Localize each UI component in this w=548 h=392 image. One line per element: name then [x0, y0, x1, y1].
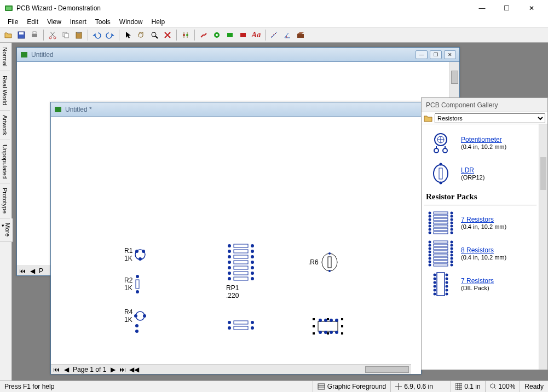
gallery-item-8resistors[interactable]: 8 Resistors(0.4 in, 10.2 mm)	[424, 238, 537, 269]
tab-unpopulated[interactable]: Unpopulated	[0, 140, 10, 183]
svg-point-58	[228, 321, 231, 324]
component-r2[interactable]: R21K	[124, 274, 141, 294]
svg-point-126	[429, 254, 431, 257]
pad-tool[interactable]	[211, 29, 223, 41]
paste-button[interactable]	[73, 29, 85, 41]
status-zoom[interactable]: 100%	[486, 381, 521, 392]
maximize-button[interactable]: ☐	[494, 0, 519, 16]
rect-tool[interactable]	[237, 29, 249, 41]
cut-button[interactable]	[47, 29, 59, 41]
pointer-tool[interactable]	[122, 29, 134, 41]
side-tabs: Normal Real World Artwork Unpopulated Pr…	[0, 43, 12, 381]
svg-rect-84	[341, 325, 343, 327]
svg-rect-116	[434, 228, 448, 230]
svg-rect-4	[32, 34, 37, 37]
svg-point-151	[434, 289, 436, 292]
svg-point-100	[451, 215, 453, 218]
redo-button[interactable]	[104, 29, 116, 41]
svg-point-69	[319, 319, 322, 322]
svg-rect-51	[234, 244, 248, 247]
track-tool[interactable]	[198, 29, 210, 41]
status-layer[interactable]: Graphic Foreground	[313, 381, 391, 392]
print-button[interactable]	[28, 29, 41, 41]
svg-point-149	[434, 285, 436, 288]
next-page-button[interactable]: ▶	[109, 366, 116, 373]
gallery-item-ldr[interactable]: LDR(ORP12)	[424, 158, 537, 189]
svg-point-150	[446, 285, 448, 288]
svg-point-47	[228, 272, 231, 275]
open-button[interactable]	[2, 29, 14, 41]
component-r4[interactable]: R41K	[124, 308, 147, 333]
svg-point-46	[251, 266, 254, 269]
prev-page-button[interactable]: ◀	[29, 267, 36, 275]
svg-rect-77	[313, 318, 315, 320]
menu-file[interactable]: File	[3, 18, 22, 26]
gallery-item-7resistors-dil[interactable]: 7 Resistors(DIL Pack)	[424, 269, 537, 299]
doc-maximize-button[interactable]: ❐	[430, 50, 442, 59]
close-button[interactable]: ✕	[519, 0, 544, 16]
undo-button[interactable]	[91, 29, 103, 41]
tab-normal[interactable]: Normal	[0, 43, 10, 71]
angle-tool[interactable]	[281, 29, 293, 41]
svg-rect-78	[341, 318, 343, 320]
first-page-button[interactable]: ⏮	[19, 267, 26, 275]
svg-rect-30	[136, 280, 139, 289]
svg-point-90	[443, 148, 447, 153]
ruler-tool[interactable]	[268, 29, 280, 41]
svg-point-120	[429, 244, 431, 247]
svg-point-36	[135, 330, 139, 333]
save-button[interactable]	[15, 29, 27, 41]
copy-button[interactable]	[60, 29, 72, 41]
svg-point-147	[434, 281, 436, 284]
component-r1[interactable]: R11K	[124, 247, 147, 262]
menu-edit[interactable]: Edit	[22, 18, 43, 26]
menu-help[interactable]: Help	[147, 18, 170, 26]
svg-point-45	[228, 266, 231, 269]
svg-point-105	[429, 225, 431, 228]
gallery-item-7resistors[interactable]: 7 Resistors(0.4 in, 10.2 mm)	[424, 207, 537, 238]
gallery-filter-select[interactable]: Resistors	[435, 113, 545, 123]
svg-point-35	[135, 324, 139, 327]
document-window-2: Untitled * R11K R21K R41K	[50, 102, 422, 374]
component-dil-selected[interactable]	[313, 318, 343, 335]
svg-point-59	[251, 321, 254, 324]
tab-artwork[interactable]: Artwork	[0, 111, 10, 140]
horizontal-scrollbar[interactable]: ⏮ ◀ Page 1 of 1 ▶ ⏭ ◀◀	[51, 364, 411, 374]
pan-tool[interactable]	[135, 29, 147, 41]
svg-point-60	[228, 326, 231, 330]
menu-insert[interactable]: Insert	[66, 18, 91, 26]
last-page-button[interactable]: ⏭	[119, 366, 126, 373]
component-rp-small[interactable]	[226, 319, 256, 330]
svg-rect-111	[434, 212, 448, 214]
gallery-scrollbar[interactable]	[539, 124, 547, 370]
library-tool[interactable]	[295, 29, 307, 41]
menu-view[interactable]: View	[43, 18, 66, 26]
tab-real-world[interactable]: Real World	[0, 71, 10, 110]
menu-tools[interactable]: Tools	[91, 18, 115, 26]
tab-more[interactable]: More	[0, 218, 13, 241]
first-page-button[interactable]: ⏮	[53, 366, 60, 373]
doc-close-button[interactable]: ✕	[444, 50, 456, 59]
svg-rect-140	[434, 261, 448, 263]
svg-rect-52	[234, 250, 248, 253]
component-tool[interactable]	[180, 29, 192, 41]
component-rp1[interactable]: RP1.220	[226, 243, 256, 299]
text-tool[interactable]: Aa	[250, 29, 262, 41]
menu-window[interactable]: Window	[115, 18, 147, 26]
doc-minimize-button[interactable]: —	[416, 50, 428, 59]
prev-page-button[interactable]: ◀	[63, 366, 70, 373]
zoom-tool[interactable]	[148, 29, 160, 41]
tab-prototype[interactable]: Prototype	[0, 183, 10, 218]
svg-rect-114	[434, 222, 448, 224]
delete-tool[interactable]	[161, 29, 174, 41]
svg-point-98	[451, 212, 453, 215]
rect-fill-tool[interactable]	[224, 29, 236, 41]
status-grid[interactable]: 0.1 in	[451, 381, 485, 392]
svg-point-129	[451, 257, 453, 260]
minimize-button[interactable]: —	[470, 0, 494, 16]
gallery-item-potentiometer[interactable]: Potentiometer(0.4 in, 10.2 mm)	[424, 128, 537, 158]
svg-rect-62	[234, 321, 248, 324]
svg-rect-136	[434, 247, 448, 250]
component-r6[interactable]: .R6	[308, 252, 339, 272]
rewind-button[interactable]: ◀◀	[129, 366, 136, 373]
